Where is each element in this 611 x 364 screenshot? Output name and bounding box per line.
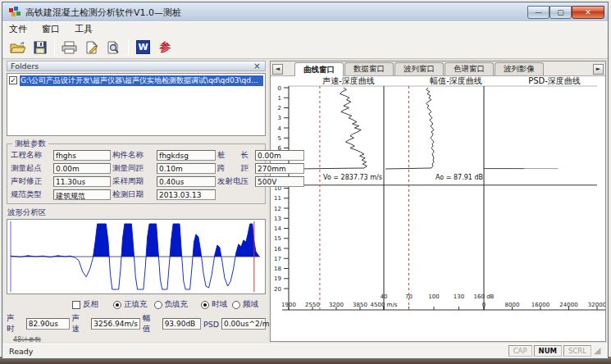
title-bar[interactable]: 高铁建混凝土检测分析软件V1.0—测桩 — ▢ ✕ bbox=[2, 2, 608, 21]
time-correction-field[interactable]: 11.30us bbox=[53, 176, 111, 187]
test-date-field[interactable]: 2013.03.13 bbox=[157, 189, 216, 200]
svg-text:15: 15 bbox=[274, 235, 281, 242]
save-button[interactable] bbox=[29, 38, 51, 57]
time-domain-option[interactable]: 时域 bbox=[201, 299, 227, 310]
toolbar-separator bbox=[54, 39, 55, 56]
tab-wavetrain-image[interactable]: 波列影像 bbox=[495, 62, 544, 75]
pile-params-groupbox: 测桩参数 工程名称 fhghs 构件名称 fhgkdsg 桩 长 0.00m 测… bbox=[7, 143, 266, 204]
freq-domain-option[interactable]: 频域 bbox=[232, 299, 258, 310]
svg-text:3200: 3200 bbox=[329, 302, 344, 308]
close-button[interactable]: ✕ bbox=[572, 6, 604, 19]
print-setup-button[interactable] bbox=[80, 38, 103, 57]
status-text: Ready bbox=[9, 347, 34, 356]
waveform-svg bbox=[7, 220, 263, 293]
svg-text:20: 20 bbox=[274, 285, 281, 292]
svg-text:19: 19 bbox=[274, 275, 281, 282]
tab-scroll-right-icon[interactable]: ► bbox=[593, 64, 604, 75]
word-export-button[interactable]: W bbox=[132, 38, 154, 57]
svg-text:1900: 1900 bbox=[281, 302, 296, 308]
component-name-field[interactable]: fhgkdsg bbox=[157, 150, 216, 161]
time-domain-label: 时域 bbox=[212, 299, 227, 310]
psd-field[interactable]: 0.00us^2/m bbox=[221, 318, 266, 330]
sound-time-field[interactable]: 82.90us bbox=[26, 318, 70, 330]
project-name-field[interactable]: fhghs bbox=[53, 150, 111, 161]
svg-text:8000: 8000 bbox=[505, 302, 520, 308]
svg-text:5: 5 bbox=[278, 134, 281, 141]
chart-annotation: Vo = 2837.73 m/s bbox=[323, 174, 382, 181]
menu-bar: 文件 窗口 工具 bbox=[2, 21, 608, 37]
sample-period-field[interactable]: 0.40us bbox=[157, 176, 216, 187]
resize-grip[interactable]: ◢ bbox=[594, 345, 604, 357]
left-panel: Folders × ✓ G:\公司产品设计开发\超声仪器\超声仪实地检测数据调试… bbox=[4, 61, 268, 342]
tab-strip: ◄ 曲线窗口 数据窗口 波列窗口 色谱窗口 波列影像 ► bbox=[271, 61, 605, 76]
svg-text:2550: 2550 bbox=[305, 302, 320, 308]
folder-path: G:\公司产品设计开发\超声仪器\超声仪实地检测数据调试\qd\qd03\qd0… bbox=[20, 75, 263, 86]
param-label: 跨 距 bbox=[217, 163, 253, 174]
svg-text:16: 16 bbox=[274, 245, 281, 252]
span-field[interactable]: 270mm bbox=[255, 163, 304, 174]
status-bar: Ready CAP NUM SCRL ◢ bbox=[2, 344, 608, 358]
invert-option[interactable]: 反相 bbox=[72, 299, 98, 310]
sound-speed-label: 声 速 bbox=[72, 313, 89, 334]
toolbar: W 参 bbox=[2, 37, 608, 59]
menu-tools[interactable]: 工具 bbox=[75, 23, 93, 35]
param-label: 采样周期 bbox=[112, 176, 155, 187]
print-preview-button[interactable] bbox=[103, 38, 125, 57]
open-button[interactable] bbox=[7, 38, 29, 57]
print-button[interactable] bbox=[58, 38, 80, 57]
status-indicators: CAP NUM SCRL bbox=[508, 345, 591, 357]
chart-title: 声速-深度曲线 bbox=[322, 76, 375, 85]
negative-fill-option[interactable]: 负填充 bbox=[154, 299, 189, 310]
tab-wavetrain-window[interactable]: 波列窗口 bbox=[394, 62, 444, 75]
positive-fill-option[interactable]: 正填充 bbox=[113, 299, 148, 310]
measure-start-field[interactable]: 0.00m bbox=[53, 163, 111, 174]
folders-list[interactable]: ✓ G:\公司产品设计开发\超声仪器\超声仪实地检测数据调试\qd\qd03\q… bbox=[7, 73, 266, 137]
amplitude-label: 幅 值 bbox=[143, 313, 160, 334]
svg-text:130: 130 bbox=[454, 293, 464, 300]
svg-text:3850: 3850 bbox=[353, 302, 367, 308]
svg-text:16000: 16000 bbox=[531, 302, 549, 308]
svg-text:11: 11 bbox=[274, 195, 281, 202]
svg-text:32000: 32000 bbox=[588, 302, 606, 308]
readouts-row: 声 时 82.90us 声 速 3256.94m/s 幅 值 93.90dB P… bbox=[7, 313, 266, 334]
scroll-lock-indicator: SCRL bbox=[563, 345, 591, 357]
voltage-field[interactable]: 500V bbox=[255, 176, 304, 187]
time-domain-radio[interactable] bbox=[201, 301, 209, 309]
standard-type-field[interactable]: 建筑规范 bbox=[53, 189, 111, 200]
invert-checkbox[interactable] bbox=[72, 301, 80, 309]
folder-checkbox[interactable]: ✓ bbox=[9, 76, 17, 84]
sound-time-label: 声 时 bbox=[7, 313, 24, 334]
folder-list-item[interactable]: ✓ G:\公司产品设计开发\超声仪器\超声仪实地检测数据调试\qd\qd03\q… bbox=[9, 75, 263, 86]
sound-speed-field[interactable]: 3256.94m/s bbox=[91, 318, 140, 330]
freq-domain-radio[interactable] bbox=[232, 301, 240, 309]
invert-label: 反相 bbox=[83, 299, 98, 310]
menu-window[interactable]: 窗口 bbox=[42, 23, 60, 35]
minimize-button[interactable]: — bbox=[527, 6, 549, 19]
pile-length-field[interactable]: 0.00m bbox=[255, 150, 304, 161]
svg-text:4: 4 bbox=[278, 125, 282, 131]
tab-curve-window[interactable]: 曲线窗口 bbox=[294, 62, 344, 76]
tab-scroll-left-icon[interactable]: ◄ bbox=[272, 64, 283, 75]
folders-pane-header[interactable]: Folders × bbox=[7, 61, 266, 71]
chart-title: 幅值-深度曲线 bbox=[430, 76, 482, 85]
save-floppy-icon bbox=[34, 41, 47, 54]
folders-close-button[interactable]: × bbox=[253, 62, 262, 70]
clipped-group-caption: 48计参数 bbox=[13, 335, 266, 341]
svg-text:12: 12 bbox=[274, 205, 281, 212]
maximize-button[interactable]: ▢ bbox=[549, 6, 572, 19]
svg-text:1: 1 bbox=[278, 94, 281, 101]
param-label: 桩 长 bbox=[217, 150, 253, 161]
menu-file[interactable]: 文件 bbox=[9, 23, 27, 35]
waveform-plot[interactable] bbox=[7, 219, 266, 294]
depth-curves-chart[interactable]: 01234567891011121314151617181920声速-深度曲线1… bbox=[271, 76, 605, 341]
svg-text:160 dB: 160 dB bbox=[474, 293, 495, 300]
parameters-button[interactable]: 参 bbox=[154, 38, 176, 57]
tab-spectrum-window[interactable]: 色谱窗口 bbox=[445, 62, 494, 75]
negative-fill-radio[interactable] bbox=[154, 301, 162, 309]
measure-spacing-field[interactable]: 0.10m bbox=[157, 163, 216, 174]
svg-text:0: 0 bbox=[482, 302, 486, 308]
toolbar-separator bbox=[128, 39, 129, 56]
amplitude-field[interactable]: 93.90dB bbox=[162, 318, 201, 330]
tab-data-window[interactable]: 数据窗口 bbox=[344, 62, 394, 75]
positive-fill-radio[interactable] bbox=[113, 301, 121, 309]
